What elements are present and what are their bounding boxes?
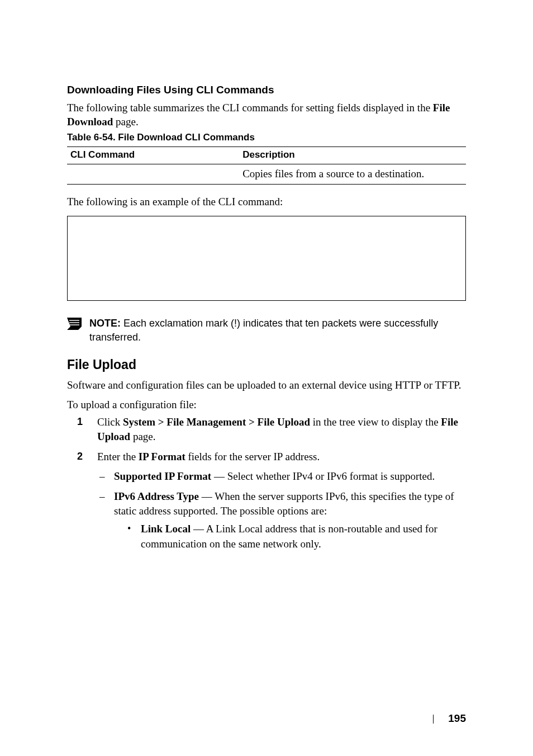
- file-upload-heading: File Upload: [67, 357, 466, 372]
- table-cell-command: [67, 164, 242, 185]
- dash-bold: Supported IP Format: [114, 470, 211, 482]
- step-text: page.: [130, 431, 155, 442]
- note-label: NOTE:: [89, 318, 121, 329]
- bullet-list: Link Local — A Link Local address that i…: [114, 522, 466, 551]
- step-item: 1 Click System > File Management > File …: [67, 415, 466, 444]
- step-text: Enter the: [97, 451, 139, 462]
- step-bold: IP Format: [139, 451, 185, 462]
- note-icon: [67, 318, 82, 332]
- intro-paragraph: The following table summarizes the CLI c…: [67, 101, 466, 129]
- table-header-description: Description: [242, 147, 466, 164]
- page-footer: 195: [433, 712, 466, 725]
- bullet-item: Link Local — A Link Local address that i…: [114, 522, 466, 551]
- page-number: 195: [448, 712, 466, 724]
- step-bold: System > File Management > File Upload: [123, 416, 310, 428]
- step-body: Enter the IP Format fields for the serve…: [97, 450, 466, 560]
- svg-marker-0: [67, 318, 82, 330]
- step-text: in the tree view to display the: [310, 416, 441, 428]
- dash-list: Supported IP Format — Select whether IPv…: [97, 469, 466, 555]
- step-number: 1: [77, 415, 94, 444]
- footer-separator: [433, 715, 434, 724]
- dash-text: — Select whether IPv4 or IPv6 format is …: [211, 470, 435, 482]
- upload-lead: To upload a configuration file:: [67, 398, 466, 412]
- upload-paragraph: Software and configuration files can be …: [67, 378, 466, 392]
- table-cell-description: Copies files from a source to a destinat…: [242, 164, 466, 185]
- intro-text-1: The following table summarizes the CLI c…: [67, 102, 433, 114]
- bullet-bold: Link Local: [141, 523, 191, 535]
- note-body: Each exclamation mark (!) indicates that…: [89, 318, 438, 342]
- note-text: NOTE: Each exclamation mark (!) indicate…: [89, 316, 466, 344]
- table-caption: Table 6-54. File Download CLI Commands: [67, 132, 466, 143]
- cli-commands-table: CLI Command Description Copies files fro…: [67, 147, 466, 185]
- step-item: 2 Enter the IP Format fields for the ser…: [67, 450, 466, 560]
- dash-bold: IPv6 Address Type: [114, 490, 199, 502]
- code-example-box: [67, 216, 466, 301]
- step-number: 2: [77, 450, 94, 560]
- intro-text-2: page.: [113, 116, 138, 127]
- step-text: Click: [97, 416, 123, 428]
- table-row: Copies files from a source to a destinat…: [67, 164, 466, 185]
- step-body: Click System > File Management > File Up…: [97, 415, 466, 444]
- dash-item: Supported IP Format — Select whether IPv…: [97, 469, 466, 484]
- step-text: fields for the server IP address.: [185, 451, 320, 462]
- note-block: NOTE: Each exclamation mark (!) indicate…: [67, 316, 466, 344]
- dash-item: IPv6 Address Type — When the server supp…: [97, 489, 466, 555]
- section-heading: Downloading Files Using CLI Commands: [67, 84, 466, 96]
- example-lead: The following is an example of the CLI c…: [67, 196, 466, 208]
- steps-list: 1 Click System > File Management > File …: [67, 415, 466, 560]
- table-header-command: CLI Command: [67, 147, 242, 164]
